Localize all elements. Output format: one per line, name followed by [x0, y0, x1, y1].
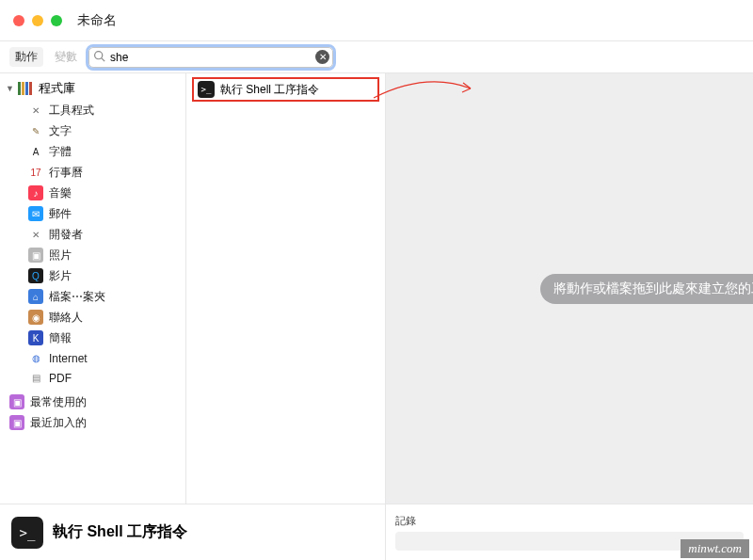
library-item[interactable]: ✉郵件: [28, 203, 185, 224]
footer: >_ 執行 Shell 工序指令 記錄: [0, 504, 753, 560]
category-icon: ⌂: [28, 289, 43, 304]
category-icon: ✉: [28, 206, 43, 221]
library-item[interactable]: ✕工具程式: [28, 100, 185, 120]
library-item-label: 字體: [49, 144, 72, 160]
svg-point-0: [95, 51, 103, 58]
library-item-label: 文字: [49, 123, 72, 139]
library-item[interactable]: ◉聯絡人: [28, 307, 185, 328]
library-item-label: 檔案⋯案夾: [49, 289, 105, 305]
category-icon: ♪: [28, 185, 43, 200]
watermark: minwt.com: [681, 539, 749, 558]
library-item-label: 照片: [49, 248, 72, 264]
library-item-label: 影片: [49, 268, 72, 284]
library-item[interactable]: ▣照片: [28, 245, 185, 265]
library-sidebar: ▼ 程式庫 ✕工具程式✎文字A字體17行事曆♪音樂✉郵件✕開發者▣照片Q影片⌂檔…: [0, 73, 186, 504]
search-wrap: ✕: [88, 47, 333, 68]
svg-line-1: [102, 57, 104, 60]
terminal-icon: >_: [11, 517, 43, 549]
category-icon: Q: [28, 268, 43, 283]
category-icon: A: [28, 144, 43, 159]
library-icon: [18, 82, 35, 95]
library-item[interactable]: 17行事曆: [28, 162, 185, 183]
library-item-label: 工具程式: [49, 103, 94, 119]
selected-action-title: 執行 Shell 工序指令: [53, 522, 187, 542]
library-item[interactable]: ✎文字: [28, 120, 185, 141]
actions-results: >_執行 Shell 工序指令: [186, 73, 386, 504]
library-item[interactable]: ♪音樂: [28, 183, 185, 203]
search-icon: [93, 50, 105, 65]
toolbar: 動作 變數 ✕: [0, 41, 753, 73]
library-item[interactable]: ✕開發者: [28, 224, 185, 245]
category-icon: ✕: [28, 227, 43, 242]
category-icon: ▣: [28, 248, 43, 263]
window-title: 未命名: [77, 12, 117, 29]
tab-actions[interactable]: 動作: [9, 47, 43, 67]
category-icon: ✎: [28, 123, 43, 138]
zoom-window-button[interactable]: [51, 15, 62, 26]
category-icon: ◉: [28, 310, 43, 325]
category-icon: 17: [28, 165, 43, 180]
library-item[interactable]: K簡報: [28, 328, 185, 348]
library-item[interactable]: Q影片: [28, 265, 185, 286]
folder-icon: ▣: [9, 415, 24, 430]
library-item[interactable]: ▤PDF: [28, 368, 185, 388]
smart-folder-item[interactable]: ▣最近加入的: [9, 412, 185, 433]
action-result-item[interactable]: >_執行 Shell 工序指令: [192, 77, 379, 102]
category-icon: ✕: [28, 103, 43, 118]
workflow-canvas[interactable]: 將動作或檔案拖到此處來建立您的工: [386, 73, 753, 504]
search-input[interactable]: [88, 47, 333, 68]
library-item-label: 聯絡人: [49, 310, 83, 326]
category-icon: ▤: [28, 371, 43, 386]
category-icon: ◍: [28, 351, 43, 366]
library-item[interactable]: ◍Internet: [28, 348, 185, 368]
folder-icon: ▣: [9, 394, 24, 409]
tab-variables[interactable]: 變數: [49, 47, 83, 67]
main: ▼ 程式庫 ✕工具程式✎文字A字體17行事曆♪音樂✉郵件✕開發者▣照片Q影片⌂檔…: [0, 73, 753, 504]
titlebar: 未命名: [0, 0, 753, 41]
library-item-label: 簡報: [49, 330, 72, 346]
smart-folder-label: 最常使用的: [30, 394, 87, 410]
log-label: 記錄: [395, 514, 744, 528]
library-item-label: 開發者: [49, 227, 83, 243]
library-item[interactable]: A字體: [28, 141, 185, 162]
library-item-label: Internet: [49, 352, 88, 365]
action-result-label: 執行 Shell 工序指令: [220, 82, 319, 98]
smart-folder-item[interactable]: ▣最常使用的: [9, 392, 185, 412]
library-item-label: 行事曆: [49, 165, 83, 181]
library-item[interactable]: ⌂檔案⋯案夾: [28, 286, 185, 307]
library-label: 程式庫: [39, 80, 75, 97]
chevron-down-icon: ▼: [6, 84, 14, 93]
footer-detail: >_ 執行 Shell 工序指令: [0, 504, 386, 560]
clear-search-icon[interactable]: ✕: [315, 50, 329, 64]
canvas-hint: 將動作或檔案拖到此處來建立您的工: [540, 274, 753, 304]
terminal-icon: >_: [198, 81, 215, 98]
smart-folder-label: 最近加入的: [30, 415, 87, 431]
category-icon: K: [28, 330, 43, 345]
window-controls: [13, 15, 62, 26]
minimize-window-button[interactable]: [32, 15, 43, 26]
close-window-button[interactable]: [13, 15, 24, 26]
library-item-label: 郵件: [49, 206, 72, 222]
library-item-label: PDF: [49, 372, 72, 385]
library-item-label: 音樂: [49, 185, 72, 201]
library-header[interactable]: ▼ 程式庫: [0, 77, 185, 100]
